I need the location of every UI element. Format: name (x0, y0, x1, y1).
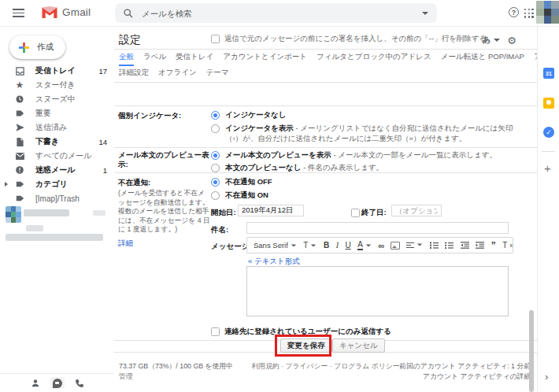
tab-labels[interactable]: ラベル (143, 52, 166, 66)
cancel-button[interactable]: キャンセル (332, 338, 385, 353)
compose-button[interactable]: 作成 (9, 35, 65, 59)
input-tools-caret-icon (494, 39, 500, 42)
bold-button[interactable]: B (324, 241, 329, 250)
page-title: 設定 (119, 33, 141, 47)
contacts-only-checkbox[interactable] (211, 327, 220, 336)
last-activity: 前回のアカウント アクティビティ: 1 分前 (399, 361, 531, 372)
left-sidebar: 作成 受信トレイ 17 ★ スター付き スヌーズ中 重要 (0, 26, 114, 392)
preview-row-label: メール本文のプレビュー表示: (118, 150, 211, 169)
sidebar-item-all-mail[interactable]: すべてのメール (0, 149, 114, 163)
calendar-icon[interactable]: 31 (543, 68, 554, 79)
expand-chevron-icon[interactable] (5, 182, 8, 187)
tab-themes[interactable]: テーマ (206, 68, 229, 80)
sidebar-item-label: 重要 (35, 108, 51, 119)
font-family-button[interactable]: Sans Serif (254, 241, 297, 250)
vacation-on-radio[interactable] (211, 191, 220, 200)
vacation-off-label: 不在通知 OFF (225, 177, 272, 187)
sidebar-item-snoozed[interactable]: スヌーズ中 (0, 92, 114, 106)
add-addon-icon[interactable]: + (544, 161, 551, 175)
sidebar-item-categories[interactable]: カテゴリ (0, 177, 114, 191)
signature-checkbox[interactable] (211, 35, 220, 43)
tab-forwarding-pop-imap[interactable]: メール転送と POP/IMAP (441, 52, 524, 66)
tab-general[interactable]: 全般 (119, 52, 134, 66)
account-avatar[interactable] (536, 1, 559, 24)
keep-icon[interactable] (543, 98, 554, 109)
contacts-person-icon[interactable] (31, 379, 40, 388)
last-day-checkbox[interactable] (351, 209, 360, 217)
sidebar-item-spam[interactable]: 迷惑メール 1 (0, 163, 114, 177)
apps-grid-icon[interactable] (524, 9, 534, 18)
insert-image-icon[interactable] (391, 242, 400, 250)
tab-accounts-import[interactable]: アカウントとインポート (223, 52, 307, 66)
preview-none-radio[interactable] (211, 164, 220, 172)
compose-label: 作成 (37, 42, 54, 53)
preview-show-radio[interactable] (211, 151, 220, 160)
numbered-list-icon[interactable] (430, 242, 439, 249)
settings-panel: 設定 あ ⚙ 全般 ラベル 受信トレイ アカウントとインポート フィルタとブロッ… (114, 26, 537, 392)
preview-show-desc: - メール本文の一部をメール一覧に表示します。 (331, 150, 497, 159)
signature-option-label: 返信で元のメッセージの前にこの署名を挿入し、その前の「--」行を削除する。 (224, 34, 494, 44)
subject-input[interactable] (246, 222, 509, 234)
sidebar-item-starred[interactable]: ★ スター付き (0, 78, 114, 92)
main-scrollbar[interactable] (529, 310, 534, 392)
tasks-icon[interactable]: ✓ (543, 127, 554, 138)
sidebar-item-important[interactable]: 重要 (0, 106, 114, 120)
remove-formatting-icon[interactable]: Tx (502, 241, 513, 250)
hamburger-menu-icon[interactable] (13, 9, 24, 17)
search-input[interactable] (140, 8, 422, 19)
sidebar-item-imap-trash[interactable]: [Imap]/Trash (0, 191, 114, 205)
underline-button[interactable]: U (346, 241, 351, 250)
sidebar-item-sent[interactable]: 送信済み (0, 120, 114, 135)
vacation-note: (メールを受信すると不在メッセージを自動送信します。複数のメールを送信した相手に… (118, 189, 211, 235)
help-icon[interactable]: ? (509, 7, 519, 17)
sidebar-item-label: 迷惑メール (35, 165, 75, 176)
indicator-none-radio[interactable] (211, 111, 220, 120)
indicator-show-label: インジケータを表示 (225, 124, 294, 132)
inbox-icon (14, 65, 25, 76)
hide-side-panel-icon[interactable]: › (545, 371, 548, 383)
indent-less-icon[interactable] (461, 242, 469, 249)
tab-inbox[interactable]: 受信トレイ (176, 52, 213, 66)
search-options-caret-icon[interactable] (422, 12, 428, 15)
hangouts-icon[interactable] (50, 377, 65, 389)
label-tag-icon (14, 193, 25, 204)
italic-button[interactable]: I (336, 241, 339, 250)
bulleted-list-icon[interactable] (445, 242, 453, 249)
vacation-off-radio[interactable] (211, 178, 220, 187)
envelope-icon (14, 150, 25, 161)
save-changes-button[interactable]: 変更を保存 (280, 338, 332, 353)
last-day-input[interactable] (391, 205, 442, 216)
align-button[interactable] (406, 242, 423, 248)
unread-count: 17 (98, 67, 107, 76)
indent-more-icon[interactable] (476, 242, 484, 249)
last-day-label: 終了日: (361, 208, 387, 218)
tab-advanced[interactable]: 詳細設定 (119, 68, 149, 80)
divider (114, 147, 537, 148)
compose-plus-icon (18, 42, 30, 54)
phone-icon[interactable] (75, 379, 84, 388)
font-size-button[interactable]: T (303, 241, 317, 250)
indicator-none-label: インジケータなし (225, 110, 287, 120)
manage-storage-link[interactable]: 管理 (119, 372, 233, 382)
sidebar-nav: 受信トレイ 17 ★ スター付き スヌーズ中 重要 送信済み (0, 64, 114, 205)
subject-label: 件名: (211, 225, 228, 235)
text-color-button[interactable]: A (357, 241, 372, 250)
activity-details-link[interactable]: アカウント アクティビティの詳細 (399, 372, 531, 382)
vacation-message-textarea[interactable] (246, 266, 509, 316)
insert-link-icon[interactable]: ∞ (378, 241, 383, 250)
color-caret-icon (366, 244, 371, 246)
message-label: メッセージ: (211, 242, 252, 252)
contacts-only-label: 連絡先に登録されているユーザーにのみ返信する (224, 327, 391, 337)
spam-icon (14, 165, 25, 176)
learn-more-link[interactable]: 詳細 (118, 239, 133, 249)
gear-icon[interactable]: ⚙ (507, 35, 516, 46)
sidebar-item-inbox[interactable]: 受信トレイ 17 (0, 64, 114, 78)
search-bar[interactable] (115, 3, 437, 23)
tab-offline[interactable]: オフライン (158, 68, 197, 80)
tab-filters-blocked[interactable]: フィルタとブロック中のアドレス (317, 52, 431, 66)
first-day-input[interactable] (238, 205, 304, 216)
indicator-show-radio[interactable] (211, 124, 220, 133)
quote-icon[interactable]: ” (491, 242, 496, 249)
sidebar-item-drafts[interactable]: 下書き 14 (0, 135, 114, 149)
preview-show-label: メール本文のプレビューを表示 (225, 150, 331, 159)
